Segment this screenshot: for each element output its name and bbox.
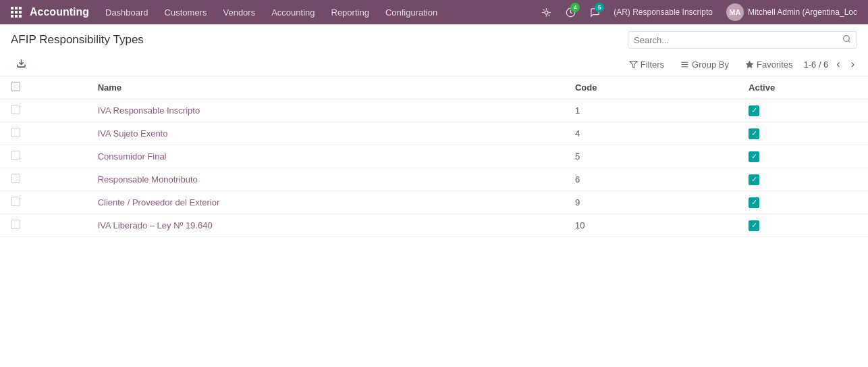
- row-code: 1: [564, 99, 738, 122]
- svg-rect-1: [15, 7, 18, 9]
- row-checkbox-cell: [0, 145, 87, 168]
- row-code: 10: [564, 214, 738, 237]
- svg-rect-5: [19, 11, 22, 14]
- groupby-btn[interactable]: Group By: [675, 57, 734, 72]
- top-navbar: Accounting Dashboard Customers Vendors A…: [0, 0, 868, 24]
- favorites-label: Favorites: [757, 59, 792, 70]
- col-header-active: Active: [738, 76, 868, 99]
- content-area: AFIP Responsibility Types Fi: [0, 24, 868, 367]
- user-menu[interactable]: MA Mitchell Admin (Argentina_Loc: [721, 3, 863, 21]
- search-icon[interactable]: [842, 34, 851, 45]
- data-table: Name Code Active IVA Responsable Inscrip…: [0, 76, 868, 237]
- row-code: 9: [564, 191, 738, 214]
- avatar: MA: [726, 3, 744, 21]
- prev-page-btn[interactable]: ‹: [834, 57, 842, 72]
- table-row: Consumidor Final 5 ✓: [0, 145, 868, 168]
- row-active: ✓: [738, 122, 868, 145]
- filters-btn[interactable]: Filters: [624, 57, 670, 72]
- row-checkbox-cell: [0, 191, 87, 214]
- nav-links: Dashboard Customers Vendors Accounting R…: [97, 0, 535, 24]
- active-check-icon[interactable]: ✓: [749, 197, 759, 208]
- active-check-icon[interactable]: ✓: [749, 151, 759, 162]
- row-active: ✓: [738, 99, 868, 122]
- row-checkbox[interactable]: [11, 128, 20, 137]
- toolbar-right: Filters Group By Favorites 1-6 / 6 ‹ ›: [624, 57, 857, 72]
- select-all-header[interactable]: [0, 76, 87, 99]
- row-name[interactable]: IVA Liberado – Ley Nº 19.640: [87, 214, 564, 237]
- messages-badge: 5: [595, 3, 604, 12]
- row-name[interactable]: IVA Sujeto Exento: [87, 122, 564, 145]
- grid-menu-icon[interactable]: [5, 1, 27, 23]
- row-name-link[interactable]: IVA Responsable Inscripto: [98, 105, 200, 116]
- svg-line-18: [848, 41, 850, 42]
- page-title: AFIP Responsibility Types: [11, 33, 144, 47]
- bug-icon-btn[interactable]: [535, 1, 557, 23]
- nav-vendors[interactable]: Vendors: [215, 0, 263, 24]
- svg-line-13: [548, 14, 549, 16]
- table-row: IVA Sujeto Exento 4 ✓: [0, 122, 868, 145]
- messages-icon-btn[interactable]: 5: [584, 1, 605, 23]
- nav-customers[interactable]: Customers: [157, 0, 215, 24]
- row-active: ✓: [738, 191, 868, 214]
- nav-accounting[interactable]: Accounting: [263, 0, 323, 24]
- row-checkbox[interactable]: [11, 151, 20, 160]
- download-btn[interactable]: [11, 55, 32, 73]
- search-bar: [628, 31, 857, 49]
- user-name: Mitchell Admin (Argentina_Loc: [748, 7, 857, 17]
- table-row: Cliente / Proveedor del Exterior 9 ✓: [0, 191, 868, 214]
- svg-rect-2: [19, 7, 22, 9]
- active-check-icon[interactable]: ✓: [749, 174, 759, 185]
- row-checkbox-cell: [0, 122, 87, 145]
- groupby-label: Group By: [692, 59, 729, 70]
- search-input[interactable]: [634, 35, 842, 45]
- row-name-link[interactable]: Consumidor Final: [98, 151, 167, 162]
- row-name-link[interactable]: Cliente / Proveedor del Exterior: [98, 197, 220, 207]
- activities-icon-btn[interactable]: 4: [560, 1, 581, 23]
- row-name[interactable]: Responsable Monotributo: [87, 168, 564, 191]
- nav-dashboard[interactable]: Dashboard: [97, 0, 157, 24]
- row-active: ✓: [738, 214, 868, 237]
- row-checkbox[interactable]: [11, 174, 20, 183]
- toolbar-left: [11, 55, 32, 73]
- filters-label: Filters: [641, 59, 664, 70]
- row-checkbox-cell: [0, 99, 87, 122]
- activities-badge: 4: [570, 3, 580, 12]
- row-checkbox[interactable]: [11, 197, 20, 206]
- row-name[interactable]: Consumidor Final: [87, 145, 564, 168]
- nav-reporting[interactable]: Reporting: [323, 0, 377, 24]
- active-check-icon[interactable]: ✓: [749, 220, 759, 231]
- table-row: IVA Responsable Inscripto 1 ✓: [0, 99, 868, 122]
- col-header-code: Code: [564, 76, 738, 99]
- topnav-right-section: 4 5 (AR) Responsable Inscripto MA Mitche…: [535, 1, 863, 23]
- favorites-btn[interactable]: Favorites: [740, 57, 798, 72]
- row-code: 6: [564, 168, 738, 191]
- table-row: IVA Liberado – Ley Nº 19.640 10 ✓: [0, 214, 868, 237]
- row-name[interactable]: Cliente / Proveedor del Exterior: [87, 191, 564, 214]
- row-name-link[interactable]: IVA Liberado – Ley Nº 19.640: [98, 220, 213, 230]
- row-checkbox[interactable]: [11, 105, 20, 114]
- row-active: ✓: [738, 145, 868, 168]
- svg-rect-4: [15, 11, 18, 14]
- nav-configuration[interactable]: Configuration: [377, 0, 445, 24]
- toolbar: Filters Group By Favorites 1-6 / 6 ‹ ›: [0, 53, 868, 76]
- table-header-row: Name Code Active: [0, 76, 868, 99]
- svg-point-9: [545, 11, 548, 14]
- row-active: ✓: [738, 168, 868, 191]
- next-page-btn[interactable]: ›: [848, 57, 857, 72]
- row-checkbox-cell: [0, 214, 87, 237]
- row-name-link[interactable]: Responsable Monotributo: [98, 174, 198, 185]
- active-check-icon[interactable]: ✓: [749, 105, 759, 116]
- row-code: 4: [564, 122, 738, 145]
- svg-rect-8: [19, 15, 22, 18]
- svg-point-17: [844, 36, 850, 42]
- svg-marker-24: [746, 61, 753, 68]
- row-name[interactable]: IVA Responsable Inscripto: [87, 99, 564, 122]
- select-all-checkbox[interactable]: [11, 82, 20, 91]
- row-checkbox[interactable]: [11, 220, 20, 229]
- table-row: Responsable Monotributo 6 ✓: [0, 168, 868, 191]
- row-name-link[interactable]: IVA Sujeto Exento: [98, 128, 168, 139]
- svg-marker-20: [630, 61, 637, 68]
- active-check-icon[interactable]: ✓: [749, 128, 759, 139]
- svg-rect-6: [11, 15, 13, 18]
- svg-line-12: [543, 9, 544, 10]
